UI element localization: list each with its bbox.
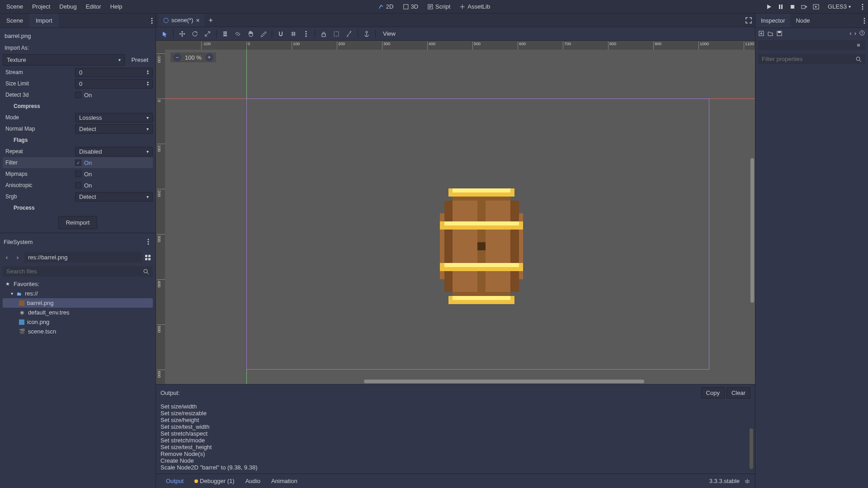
load-resource-button[interactable] bbox=[767, 30, 774, 37]
menu-editor[interactable]: Editor bbox=[81, 0, 106, 13]
history-menu-button[interactable] bbox=[859, 30, 865, 37]
link-tool[interactable] bbox=[232, 28, 244, 39]
filter-properties-input[interactable] bbox=[758, 54, 865, 64]
distraction-free-button[interactable] bbox=[745, 17, 752, 24]
tab-node[interactable]: Node bbox=[790, 14, 815, 28]
snap-grid-tool[interactable] bbox=[288, 28, 299, 39]
zoom-in-button[interactable]: + bbox=[205, 53, 213, 61]
fs-menu-icon[interactable] bbox=[145, 236, 152, 248]
scale-tool[interactable] bbox=[202, 28, 213, 39]
snap-menu[interactable] bbox=[300, 28, 312, 39]
tab-import[interactable]: Import bbox=[29, 14, 59, 28]
renderer-select[interactable]: GLES3▾ bbox=[824, 3, 854, 10]
ruler-tool[interactable] bbox=[257, 28, 269, 39]
mode-dropdown[interactable]: Lossless▾ bbox=[75, 113, 153, 122]
copy-button[interactable]: Copy bbox=[701, 387, 725, 399]
chevron-down-icon: ▾ bbox=[146, 194, 149, 199]
workspace-script[interactable]: Script bbox=[424, 1, 454, 12]
viewport-scrollbar-v[interactable] bbox=[750, 158, 754, 303]
pan-tool[interactable] bbox=[245, 28, 256, 39]
play-custom-button[interactable] bbox=[812, 3, 820, 10]
bottom-tab-output[interactable]: Output bbox=[160, 476, 189, 486]
workspace-3d[interactable]: 3D bbox=[399, 1, 422, 12]
svg-rect-2 bbox=[779, 5, 780, 9]
zoom-value: 100 % bbox=[185, 54, 202, 61]
srgb-dropdown[interactable]: Detect▾ bbox=[75, 192, 153, 202]
group-tool[interactable] bbox=[330, 28, 342, 39]
fs-favorites[interactable]: ★Favorites: bbox=[3, 279, 153, 289]
anchor-tool[interactable] bbox=[361, 28, 373, 39]
repeat-dropdown[interactable]: Disabled▾ bbox=[75, 147, 153, 156]
viewport[interactable]: -100010020030040050060070080090010001100… bbox=[156, 41, 755, 384]
clear-button[interactable]: Clear bbox=[726, 387, 750, 399]
reimport-button[interactable]: Reimport bbox=[58, 216, 98, 229]
rotate-tool[interactable] bbox=[189, 28, 201, 39]
menu-debug[interactable]: Debug bbox=[55, 0, 81, 13]
tab-scene[interactable]: Scene bbox=[0, 14, 29, 28]
new-resource-button[interactable] bbox=[758, 30, 764, 37]
add-tab-button[interactable]: + bbox=[204, 16, 217, 24]
play-button[interactable] bbox=[765, 3, 773, 10]
list-tool[interactable] bbox=[219, 28, 231, 39]
fs-file-icon[interactable]: icon.png bbox=[3, 317, 153, 327]
lock-tool[interactable] bbox=[318, 28, 330, 39]
fs-path-field[interactable]: res://barrel.png bbox=[24, 252, 142, 263]
nav-forward-button[interactable]: › bbox=[14, 254, 22, 261]
select-tool[interactable] bbox=[159, 28, 170, 39]
output-log: Set size/width Set size/resizable Set si… bbox=[156, 401, 755, 474]
search-icon bbox=[855, 56, 862, 62]
tab-inspector[interactable]: Inspector bbox=[755, 14, 790, 28]
inspector-menu-icon[interactable] bbox=[861, 15, 868, 27]
expand-properties-button[interactable] bbox=[855, 42, 862, 48]
stop-button[interactable] bbox=[789, 3, 796, 10]
output-scrollbar[interactable] bbox=[750, 428, 753, 469]
filter-label: Filter bbox=[3, 160, 75, 166]
save-resource-button[interactable] bbox=[776, 30, 783, 37]
workspace-2d[interactable]: 2D bbox=[374, 1, 397, 12]
fs-root[interactable]: ▾🖿res:// bbox=[3, 289, 153, 298]
scene-tab[interactable]: ◯ scene(*) × bbox=[159, 14, 204, 27]
fs-file-scene[interactable]: 🎬scene.tscn bbox=[3, 327, 153, 336]
panel-menu-icon[interactable] bbox=[148, 15, 156, 27]
bottom-tab-debugger[interactable]: Debugger (1) bbox=[189, 476, 240, 486]
preset-button[interactable]: Preset bbox=[127, 54, 153, 66]
close-tab-button[interactable]: × bbox=[196, 17, 199, 24]
ruler-vertical: -1000100200300400500600700 bbox=[156, 50, 165, 384]
bottom-tab-audio[interactable]: Audio bbox=[240, 476, 266, 486]
mipmaps-label: Mipmaps bbox=[3, 171, 75, 177]
pause-button[interactable] bbox=[777, 3, 784, 10]
fs-layout-toggle[interactable] bbox=[145, 254, 153, 261]
move-tool[interactable] bbox=[176, 28, 188, 39]
fs-file-barrel[interactable]: barrel.png bbox=[3, 298, 153, 308]
workspace-assetlib[interactable]: AssetLib bbox=[456, 1, 494, 12]
menu-project[interactable]: Project bbox=[28, 0, 55, 13]
history-forward-button[interactable]: › bbox=[854, 30, 856, 37]
sizelimit-spinbox[interactable]: 0▴▾ bbox=[75, 79, 153, 89]
view-dropdown[interactable]: View bbox=[378, 28, 400, 39]
svg-rect-24 bbox=[322, 34, 326, 37]
viewport-scrollbar-h[interactable] bbox=[364, 380, 644, 383]
mipmaps-check[interactable] bbox=[75, 171, 81, 177]
nav-back-button[interactable]: ‹ bbox=[3, 254, 11, 261]
stream-spinbox[interactable]: 0▴▾ bbox=[75, 68, 153, 77]
filter-check[interactable] bbox=[75, 160, 81, 166]
svg-point-11 bbox=[151, 20, 153, 21]
bone-tool[interactable] bbox=[343, 28, 355, 39]
fs-file-env[interactable]: ◉default_env.tres bbox=[3, 308, 153, 317]
barrel-sprite[interactable] bbox=[432, 178, 531, 314]
detect3d-check[interactable] bbox=[75, 92, 81, 98]
anisotropic-check[interactable] bbox=[75, 182, 81, 188]
import-type-dropdown[interactable]: Texture▾ bbox=[3, 54, 125, 66]
fs-search-input[interactable] bbox=[3, 266, 153, 277]
bottom-tab-animation[interactable]: Animation bbox=[266, 476, 303, 486]
object-dropdown[interactable] bbox=[758, 40, 865, 50]
menu-help[interactable]: Help bbox=[106, 0, 127, 13]
zoom-out-button[interactable]: − bbox=[173, 53, 181, 61]
menu-scene[interactable]: Scene bbox=[2, 0, 28, 13]
editor-settings-icon[interactable] bbox=[859, 3, 866, 10]
bottom-panel-toggle[interactable] bbox=[744, 478, 750, 484]
snap-tool[interactable] bbox=[275, 28, 287, 39]
history-back-button[interactable]: ‹ bbox=[849, 30, 851, 37]
play-scene-button[interactable] bbox=[801, 3, 808, 10]
normalmap-dropdown[interactable]: Detect▾ bbox=[75, 124, 153, 134]
